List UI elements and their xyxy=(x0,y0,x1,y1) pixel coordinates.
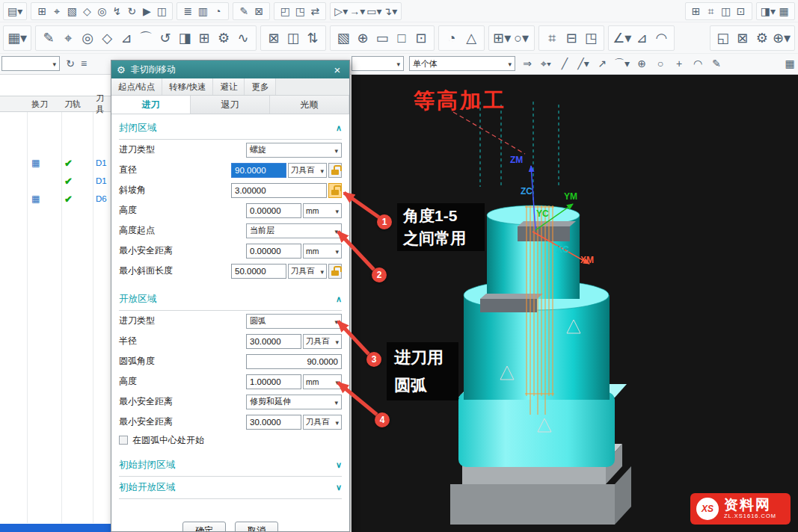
delete-object-icon[interactable]: ⊠ xyxy=(252,4,266,18)
bounding-box-icon[interactable]: ▭ xyxy=(373,29,391,47)
fillet-icon[interactable]: ⌒ xyxy=(137,29,155,47)
section-header-initial-open-area[interactable]: 初始开放区域 ∨ xyxy=(119,477,342,499)
triangle-tool-icon[interactable]: ⊿ xyxy=(633,29,651,47)
column-header-tool[interactable]: 刀具 xyxy=(93,93,111,115)
close-view-icon[interactable]: ⊠ xyxy=(734,29,752,47)
move-to-layer-icon[interactable]: ⇄ xyxy=(308,4,322,18)
edit-section-icon[interactable]: ⊡ xyxy=(412,29,430,47)
point-tool-icon[interactable]: ⊕ xyxy=(635,57,648,70)
tab-more[interactable]: 更多 xyxy=(245,78,276,95)
grid-toggle-icon[interactable]: ⌗ xyxy=(543,29,561,47)
section-header-closed-area[interactable]: 封闭区域 ∧ xyxy=(119,117,342,140)
add-component-icon[interactable]: ⊕ xyxy=(354,29,372,47)
table-row[interactable]: ▦ ✔ D6 xyxy=(0,190,111,208)
refresh-icon[interactable]: ↻ xyxy=(64,57,77,70)
min-clearance-closed-input[interactable] xyxy=(246,244,301,259)
section-header-open-area[interactable]: 开放区域 ∧ xyxy=(119,288,342,311)
arc-angle-input[interactable] xyxy=(246,354,342,369)
view-menu-icon[interactable]: ▦▾ xyxy=(7,29,27,47)
subtab-smoothing[interactable]: 光顺 xyxy=(270,96,349,114)
pattern-feature-icon[interactable]: ⊞ xyxy=(195,29,213,47)
column-header-toolpath[interactable]: 刀轨 xyxy=(61,99,93,110)
diameter-lock-button[interactable] xyxy=(328,163,342,178)
view-selector-combo[interactable] xyxy=(1,56,60,71)
height-open-input[interactable] xyxy=(246,374,301,389)
section-header-initial-closed-area[interactable]: 初始封闭区域 ∨ xyxy=(119,454,342,477)
apply-icon[interactable]: ⇒ xyxy=(521,57,534,70)
table-row[interactable]: ✔ D1 xyxy=(0,172,111,190)
full-view-icon[interactable]: ⊡ xyxy=(734,4,748,18)
cancel-button[interactable]: 取消 xyxy=(235,522,278,532)
engage-type-open-combo[interactable]: 圆弧 xyxy=(246,314,342,329)
min-ramp-length-lock-button[interactable] xyxy=(328,264,342,279)
arc-options-icon[interactable]: ⌒▾ xyxy=(614,57,630,70)
measure-face-icon[interactable]: △ xyxy=(462,29,480,47)
revolve-icon[interactable]: ↺ xyxy=(156,29,174,47)
post-process-icon[interactable]: ▥ xyxy=(196,4,209,18)
more-features-icon[interactable]: ⊞▾ xyxy=(493,29,511,47)
collapse-group-icon[interactable]: ⊟ xyxy=(562,29,580,47)
window-grid-icon[interactable]: ⊞ xyxy=(690,4,703,18)
snap-grid-icon[interactable]: ⌗ xyxy=(705,4,718,18)
subtab-retract[interactable]: 退刀 xyxy=(191,96,270,114)
start-at-arc-center-checkbox[interactable] xyxy=(119,436,128,445)
toolpath-list-icon[interactable]: ≣ xyxy=(181,4,194,18)
create-tool-icon[interactable]: ⌖ xyxy=(50,4,64,18)
close-icon[interactable]: × xyxy=(331,63,344,76)
sketch-icon[interactable]: ✎ xyxy=(40,29,58,47)
table-row[interactable]: ▦ ✔ D1 xyxy=(0,154,111,172)
height-closed-input[interactable] xyxy=(246,203,301,218)
settings-icon[interactable]: ⚙ xyxy=(753,29,771,47)
tab-transfer-rapid[interactable]: 转移/快速 xyxy=(162,78,213,95)
selection-scope-combo[interactable]: 单个体 xyxy=(409,56,515,71)
trim-body-icon[interactable]: ⊠ xyxy=(265,29,283,47)
min-ramp-length-input[interactable] xyxy=(231,264,286,279)
min-ramp-length-unit-combo[interactable]: 刀具百 xyxy=(288,264,327,279)
selection-filter-combo[interactable] xyxy=(352,56,404,71)
show-hide-icon[interactable]: ◰ xyxy=(278,4,292,18)
chamfer-icon[interactable]: ◇ xyxy=(98,29,116,47)
datum-point-icon[interactable]: ⌖ xyxy=(59,29,77,47)
replay-toolpath-icon[interactable]: ↻ xyxy=(125,4,138,18)
show-wcs-icon[interactable]: □ xyxy=(393,29,411,47)
measure-angle-icon[interactable]: ◔ xyxy=(443,29,461,47)
column-header-toolchange[interactable]: 换刀 xyxy=(27,99,61,110)
graphics-viewport[interactable]: ZM ZC YM YC XM XC 等高加工 XS 资料网 ZL.XS1616.… xyxy=(352,75,798,532)
min-clearance-open-unit-combo[interactable]: 刀具百 xyxy=(303,415,342,430)
workspace-grid-icon[interactable]: ▦ xyxy=(777,4,791,18)
curve-icon[interactable]: ∿ xyxy=(234,29,252,47)
dialog-titlebar[interactable]: ⚙ 非切削移动 × xyxy=(111,61,349,78)
height-open-unit-combo[interactable]: mm xyxy=(303,374,342,389)
radius-unit-combo[interactable]: 刀具百 xyxy=(303,334,342,349)
swap-icon[interactable]: ⇅ xyxy=(304,29,322,47)
angle-tools-icon[interactable]: ∠▾ xyxy=(613,29,631,47)
min-clearance-open-input[interactable] xyxy=(246,415,301,430)
application-menu-icon[interactable]: ▤▾ xyxy=(7,4,22,18)
ramp-angle-input[interactable] xyxy=(231,183,327,198)
verify-toolpath-icon[interactable]: ▶ xyxy=(140,4,153,18)
add-options-icon[interactable]: ⊕▾ xyxy=(773,29,791,47)
radius-input[interactable] xyxy=(246,334,301,349)
split-view-icon[interactable]: ◫ xyxy=(719,4,733,18)
generate-toolpath-icon[interactable]: ↯ xyxy=(110,4,123,18)
create-operation-icon[interactable]: ◎ xyxy=(95,4,108,18)
height-closed-unit-combo[interactable]: mm xyxy=(303,203,342,218)
line-options-icon[interactable]: ╱▾ xyxy=(577,57,590,70)
grid-display-icon[interactable]: ▦ xyxy=(783,57,797,70)
ok-button[interactable]: 确定 xyxy=(182,522,226,532)
split-body-icon[interactable]: ◫ xyxy=(284,29,302,47)
dock-options-icon[interactable]: ◨▾ xyxy=(761,4,776,18)
height-from-combo[interactable]: 当前层 xyxy=(246,223,342,238)
layer-settings-icon[interactable]: ◳ xyxy=(293,4,307,18)
draft-icon[interactable]: ⊿ xyxy=(117,29,135,47)
arc-tool-2-icon[interactable]: ◠ xyxy=(691,57,705,70)
shade-view-icon[interactable]: ▧ xyxy=(334,29,352,47)
play-options-icon[interactable]: ▷▾ xyxy=(334,4,348,18)
diameter-unit-combo[interactable]: 刀具百 xyxy=(288,163,327,178)
vector-tool-icon[interactable]: ↗ xyxy=(595,57,609,70)
edit-object-icon[interactable]: ✎ xyxy=(237,4,251,18)
engage-type-closed-combo[interactable]: 螺旋 xyxy=(246,143,342,158)
min-clearance-closed-unit-combo[interactable]: mm xyxy=(303,244,342,259)
line-tool-icon[interactable]: ╱ xyxy=(558,57,571,70)
rewind-icon[interactable]: ↴▾ xyxy=(384,4,398,18)
